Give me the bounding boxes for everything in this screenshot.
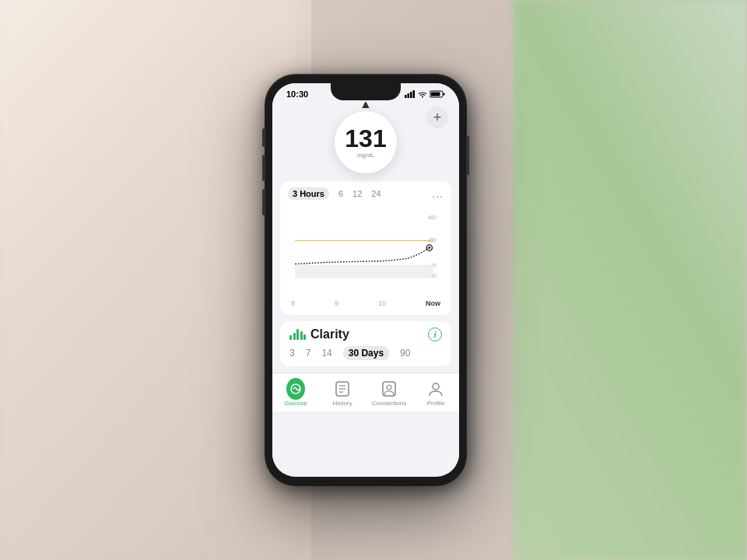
svg-rect-12 <box>295 265 433 278</box>
connections-nav-label: Connections <box>372 400 406 407</box>
svg-text:250: 250 <box>428 237 437 243</box>
svg-rect-5 <box>444 93 445 96</box>
glucose-value: 131 <box>345 126 386 151</box>
glucose-circle <box>286 378 305 400</box>
status-icons <box>405 90 445 98</box>
glucose-icon <box>289 383 302 395</box>
wifi-icon <box>418 91 427 98</box>
bar-5 <box>303 334 306 340</box>
period-3[interactable]: 3 <box>289 348 295 359</box>
history-nav-label: History <box>333 400 352 407</box>
glucose-chart: 400 250 70 40 <box>288 205 444 298</box>
nav-connections[interactable]: Connections <box>370 380 409 407</box>
info-button[interactable]: i <box>428 327 442 341</box>
glucose-unit: mg/dL <box>357 152 374 159</box>
bar-3 <box>296 329 299 340</box>
battery-icon <box>430 90 445 98</box>
svg-text:400: 400 <box>428 215 437 220</box>
svg-point-22 <box>387 385 391 390</box>
svg-point-23 <box>433 383 439 390</box>
phone-shell: 10:30 <box>265 74 467 486</box>
chart-area: 400 250 70 40 <box>288 205 444 298</box>
tab-3hours[interactable]: 3 Hours <box>288 187 329 200</box>
volume-up-button <box>262 155 265 181</box>
background-right <box>514 0 747 560</box>
history-icon <box>334 380 351 397</box>
bar-2 <box>293 333 296 340</box>
bar-1 <box>289 335 292 340</box>
time-label-now: Now <box>426 299 440 307</box>
clarity-bars-icon <box>289 329 306 340</box>
svg-rect-3 <box>413 90 416 98</box>
time-label-8: 8 <box>291 299 295 307</box>
glucose-bubble: ▲ 131 mg/dL <box>335 111 397 173</box>
clarity-title-area: Clarity <box>289 327 349 341</box>
profile-icon <box>427 380 444 397</box>
clarity-title: Clarity <box>310 327 349 341</box>
period-30[interactable]: 30 Days <box>343 346 389 360</box>
period-tabs: 3 7 14 30 Days 90 <box>289 346 442 360</box>
period-90[interactable]: 90 <box>400 348 410 359</box>
svg-rect-0 <box>405 95 407 98</box>
svg-rect-1 <box>408 93 410 98</box>
bar-4 <box>300 331 303 340</box>
notch <box>331 83 401 100</box>
signal-icon <box>405 90 416 98</box>
profile-nav-label: Profile <box>427 400 445 407</box>
period-14[interactable]: 14 <box>321 348 331 359</box>
chart-time-labels: 8 9 10 Now <box>288 298 444 309</box>
chart-section: 3 Hours 6 12 24 ... 400 250 70 <box>280 181 451 315</box>
glucose-section: + ▲ 131 mg/dL <box>272 102 459 173</box>
phone-screen: 10:30 <box>272 83 459 477</box>
mute-button <box>262 128 265 147</box>
period-7[interactable]: 7 <box>306 348 311 359</box>
tab-24hours[interactable]: 24 <box>371 189 381 198</box>
tab-6hours[interactable]: 6 <box>338 189 343 198</box>
connections-nav-icon <box>380 380 398 398</box>
scene: 10:30 <box>0 0 747 560</box>
tab-12hours[interactable]: 12 <box>352 189 362 198</box>
clarity-header: Clarity i <box>289 327 442 341</box>
glucose-nav-label: Glucose <box>284 400 307 407</box>
app-content: + ▲ 131 mg/dL 3 Hours 6 12 <box>272 102 459 474</box>
glucose-nav-icon <box>286 380 305 398</box>
status-time: 10:30 <box>286 89 308 99</box>
profile-nav-icon <box>426 380 445 398</box>
add-button[interactable]: + <box>426 107 448 128</box>
time-tabs: 3 Hours 6 12 24 ... <box>288 187 444 200</box>
bottom-nav: Glucose History <box>272 373 459 411</box>
phone-wrapper: 10:30 <box>265 74 467 486</box>
clarity-section: Clarity i 3 7 14 30 Days 90 <box>280 321 451 366</box>
nav-glucose[interactable]: Glucose <box>276 380 315 407</box>
time-label-10: 10 <box>378 299 386 307</box>
history-nav-icon <box>333 380 352 398</box>
power-button <box>466 136 469 175</box>
svg-point-15 <box>428 247 430 249</box>
trend-arrow: ▲ <box>359 102 372 111</box>
time-label-9: 9 <box>335 299 338 307</box>
nav-profile[interactable]: Profile <box>416 380 455 407</box>
svg-rect-6 <box>431 93 440 96</box>
connections-icon <box>381 380 398 397</box>
volume-down-button <box>262 189 265 215</box>
svg-rect-2 <box>410 92 412 98</box>
more-options[interactable]: ... <box>432 187 444 200</box>
nav-history[interactable]: History <box>323 380 362 407</box>
